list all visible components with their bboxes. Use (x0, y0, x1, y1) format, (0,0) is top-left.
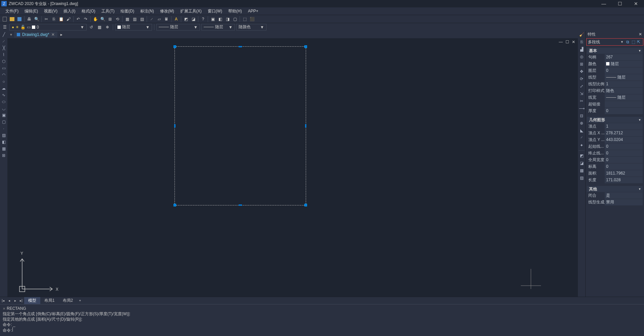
hatch-tool[interactable]: ▨ (1, 132, 7, 138)
region-tool[interactable]: ▦ (1, 146, 7, 152)
extra5-button[interactable]: ⬚ (241, 16, 248, 22)
break-tool[interactable]: ⊟ (579, 113, 585, 119)
select-objects-icon[interactable]: ⬚ (632, 40, 636, 44)
maximize-button[interactable]: ☐ (616, 1, 623, 6)
quick-select-icon[interactable]: ⧉ (626, 40, 631, 44)
menu-format[interactable]: 格式(O) (79, 8, 98, 15)
menu-insert[interactable]: 插入(I) (61, 8, 78, 15)
chamfer-tool[interactable]: ◣ (579, 128, 585, 134)
extend-tool[interactable]: ⟶ (579, 105, 585, 111)
block-button[interactable]: ◩ (183, 16, 189, 22)
drawing-canvas[interactable]: — ☐ ✕ (7, 38, 578, 297)
xline-tool[interactable]: ╳ (1, 45, 7, 51)
midpoint-grip[interactable] (174, 124, 176, 128)
extra-tool-2[interactable]: ◪ (579, 160, 585, 166)
layout-add-button[interactable]: + (77, 299, 83, 302)
menu-ext[interactable]: 扩展工具(X) (178, 8, 204, 15)
rotate-tool[interactable]: ⟳ (579, 76, 585, 82)
cut-button[interactable]: ✂ (43, 16, 50, 22)
close-button[interactable]: ✕ (633, 1, 639, 6)
ellipse-tool[interactable]: ⬭ (1, 99, 7, 105)
selected-rectangle[interactable] (175, 46, 306, 205)
zoom-win-button[interactable]: ⊞ (107, 16, 113, 22)
extra-tool-4[interactable]: ▨ (579, 175, 585, 181)
revcloud-tool[interactable]: ☁ (1, 85, 7, 91)
midpoint-grip[interactable] (305, 124, 306, 128)
menu-edit[interactable]: 编辑(E) (22, 8, 41, 15)
color-dropdown[interactable]: 随层 ▼ (115, 24, 152, 31)
layout1-tab[interactable]: 布局1 (40, 297, 59, 304)
redo-button[interactable]: ↷ (82, 16, 89, 22)
canvas-maximize-icon[interactable]: ☐ (565, 40, 569, 44)
table-tool[interactable]: ⊞ (1, 152, 7, 158)
prop-section-head[interactable]: 几何图形 ▾ (587, 117, 643, 123)
copy-tool[interactable]: ⎘ (579, 39, 585, 45)
menu-app[interactable]: APP+ (245, 8, 261, 14)
line-tool[interactable]: ╱ (1, 32, 7, 38)
toolpalette-button[interactable]: ▤ (139, 16, 145, 22)
explode-tool[interactable]: ✦ (579, 142, 585, 148)
command-prompt[interactable]: 命令: (3, 327, 641, 333)
move-tool[interactable]: ✥ (579, 68, 585, 75)
polygon-tool[interactable]: ⬡ (1, 58, 7, 64)
extra-tool-1[interactable]: ◩ (579, 153, 585, 159)
menu-window[interactable]: 窗口(W) (205, 8, 225, 15)
make-block-tool[interactable]: ▢ (1, 119, 7, 125)
save-button[interactable] (16, 16, 23, 22)
document-tab[interactable]: Drawing1.dwg* ✕ (14, 32, 57, 38)
menu-tools[interactable]: 工具(T) (99, 8, 117, 15)
fillet-tool[interactable]: ◜ (579, 135, 585, 141)
arc-tool[interactable]: ◠ (1, 72, 7, 78)
pan-button[interactable]: ✋ (92, 16, 99, 22)
extra4-button[interactable]: ▢ (232, 16, 238, 22)
menu-view[interactable]: 视图(V) (41, 8, 60, 15)
layer-dropdown[interactable]: ● ☀ 🔓 ▭ 0 ▼ (9, 24, 87, 31)
spline-tool[interactable]: ∿ (1, 92, 7, 98)
model-tab[interactable]: 模型 (24, 297, 40, 304)
menu-modify[interactable]: 修改(M) (157, 8, 177, 15)
zoom-rt-button[interactable]: 🔍 (99, 16, 106, 22)
toggle-pickbox-icon[interactable]: ⇱ (637, 40, 642, 44)
prop-section-head[interactable]: 基本 ▾ (587, 48, 643, 54)
designcenter-button[interactable]: ▥ (131, 16, 138, 22)
dist-button[interactable]: ⟋ (148, 16, 155, 22)
erase-tool[interactable]: 🧹 (579, 32, 585, 38)
layout-last-button[interactable]: ▸| (18, 299, 24, 302)
extra1-button[interactable]: ▣ (209, 16, 216, 22)
pline-tool[interactable]: ⌇ (1, 52, 7, 58)
print-button[interactable]: 🖶 (26, 16, 33, 22)
rectangle-tool[interactable]: ▭ (1, 65, 7, 71)
layout2-tab[interactable]: 布局2 (59, 297, 77, 304)
paste-button[interactable]: 📋 (58, 16, 64, 22)
zoom-prev-button[interactable]: ⟲ (114, 16, 121, 22)
extra3-button[interactable]: ◨ (224, 16, 231, 22)
midpoint-grip[interactable] (239, 204, 242, 206)
properties-button[interactable]: ▦ (124, 16, 131, 22)
menu-draw[interactable]: 绘图(D) (118, 8, 137, 15)
tab-add-icon[interactable]: ▸ (58, 32, 65, 37)
lineweight-dropdown[interactable]: 随层 ▼ (201, 24, 235, 31)
text-button[interactable]: A (173, 16, 180, 22)
layer-iso-button[interactable]: ▦ (96, 24, 103, 31)
tab-pin-icon[interactable]: ▾ (9, 32, 13, 37)
selected-object-dropdown[interactable]: 多段线 ▼ ⧉ ⬚ ⇱ (586, 38, 643, 46)
grip-handle[interactable] (174, 204, 176, 206)
copy-button[interactable]: ⎘ (50, 16, 57, 22)
layout-next-button[interactable]: ▸ (12, 299, 18, 302)
matchprop-button[interactable]: 🖌 (65, 16, 72, 22)
layer-freeze-button[interactable]: ❄ (104, 24, 111, 31)
join-tool[interactable]: ⊕ (579, 120, 585, 126)
menu-help[interactable]: 帮助(H) (226, 8, 245, 15)
plotstyle-dropdown[interactable]: 随颜色 ▼ (236, 24, 266, 31)
array-tool[interactable]: ⊞ (579, 61, 585, 67)
grip-handle[interactable] (174, 45, 176, 48)
new-button[interactable] (1, 16, 8, 22)
layout-first-button[interactable]: |◂ (0, 299, 6, 302)
grip-handle[interactable] (304, 45, 307, 48)
properties-close-icon[interactable]: ✕ (639, 32, 642, 37)
open-button[interactable] (9, 16, 15, 22)
command-area[interactable]: ✕RECTANG 指定第一个角点或 [倒角(C)/标高(E)/圆角(F)/正方形… (0, 304, 644, 336)
minimize-button[interactable]: — (600, 1, 607, 6)
insert-button[interactable]: ◪ (190, 16, 197, 22)
preview-button[interactable]: 🔍 (33, 16, 40, 22)
